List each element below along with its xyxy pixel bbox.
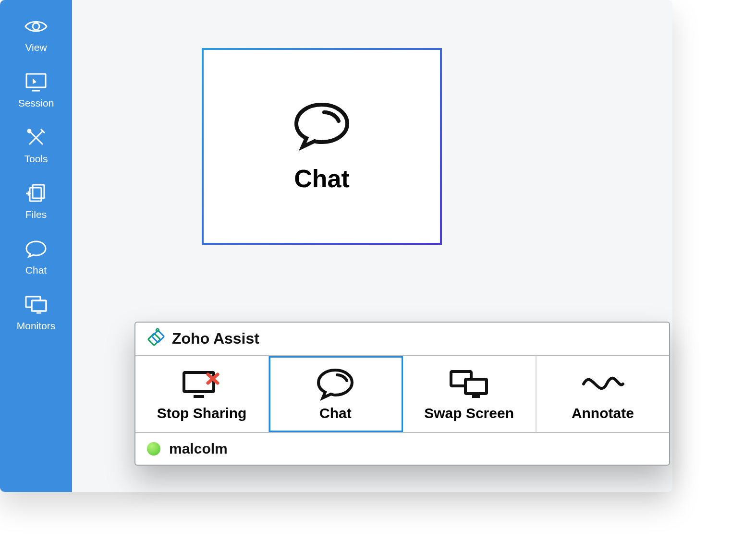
svg-point-0 (33, 23, 39, 30)
chat-card[interactable]: Chat (202, 48, 442, 245)
sidebar-item-label: Chat (25, 264, 47, 276)
svg-rect-3 (33, 185, 44, 198)
toolbar-header: Zoho Assist (135, 323, 669, 356)
connected-user-name: malcolm (169, 441, 228, 457)
chat-bubble-icon (24, 240, 48, 259)
svg-rect-1 (26, 74, 46, 87)
chat-button[interactable]: Chat (269, 356, 402, 432)
stop-sharing-button[interactable]: Stop Sharing (135, 356, 269, 432)
sidebar-item-label: View (25, 42, 47, 53)
sidebar: View Session Tools (0, 0, 72, 492)
app-window: View Session Tools (0, 0, 672, 492)
chat-bubble-icon (291, 100, 353, 155)
annotate-button[interactable]: Annotate (537, 356, 669, 432)
eye-icon (24, 17, 48, 36)
swap-screen-icon (447, 370, 491, 398)
sidebar-item-monitors[interactable]: Monitors (0, 295, 72, 332)
sidebar-item-tools[interactable]: Tools (0, 128, 72, 165)
toolbar-button-label: Stop Sharing (157, 405, 247, 421)
svg-point-2 (28, 130, 31, 132)
sidebar-item-label: Files (25, 209, 47, 220)
status-online-icon (147, 442, 160, 456)
chat-card-label: Chat (294, 164, 350, 193)
monitors-icon (24, 295, 48, 314)
stop-sharing-icon (180, 370, 223, 398)
sidebar-item-files[interactable]: Files (0, 184, 72, 220)
zoho-assist-logo-icon (145, 328, 165, 348)
svg-rect-4 (30, 188, 41, 201)
annotate-wave-icon (580, 370, 626, 398)
sidebar-item-label: Tools (24, 153, 48, 165)
toolbar-button-label: Annotate (572, 405, 634, 421)
sidebar-item-session[interactable]: Session (0, 72, 72, 109)
toolbar-title: Zoho Assist (172, 330, 259, 348)
sidebar-item-label: Monitors (17, 320, 56, 332)
toolbar-button-label: Swap Screen (424, 405, 514, 421)
svg-rect-13 (465, 379, 487, 394)
swap-screen-button[interactable]: Swap Screen (403, 356, 537, 432)
monitor-arrow-icon (24, 72, 48, 92)
toolbar-button-label: Chat (319, 405, 352, 421)
sidebar-item-view[interactable]: View (0, 17, 72, 53)
chat-bubble-icon (315, 370, 356, 398)
tools-icon (24, 128, 48, 147)
toolbar-footer: malcolm (135, 433, 669, 465)
toolbar-row: Stop Sharing Chat (135, 356, 669, 433)
sidebar-item-label: Session (18, 97, 54, 109)
svg-rect-6 (32, 300, 46, 311)
assist-toolbar-window: Zoho Assist Stop Sharing (134, 322, 670, 466)
files-icon (24, 184, 48, 203)
sidebar-item-chat[interactable]: Chat (0, 240, 72, 276)
